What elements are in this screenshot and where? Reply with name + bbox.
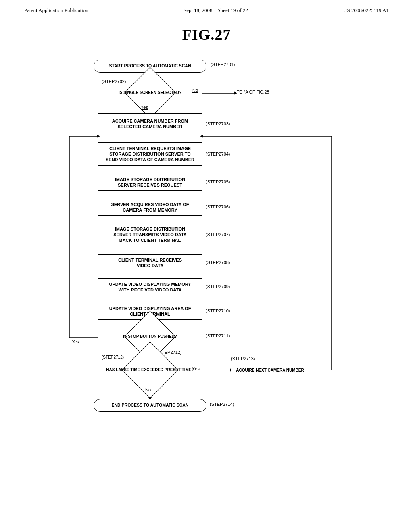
page-content: FIG.27 (0, 18, 413, 426)
step2709-label: (STEP2709) (206, 284, 230, 289)
svg-marker-16 (97, 135, 100, 138)
step2713-label-left: (STEP2712) (102, 355, 124, 360)
step2705-label: (STEP2705) (206, 179, 230, 184)
step2708-label: (STEP2708) (206, 260, 230, 265)
step2704-label: (STEP2704) (206, 152, 230, 156)
header-right: US 2008/0225119 A1 (343, 7, 389, 14)
diamond3-node: HAS LAPSE TIME EXCEEDED PRESET TIME? (98, 357, 202, 383)
header-left: Patent Application Publication (24, 7, 88, 14)
step2707-box: IMAGE STORAGE DISTRIBUTION SERVER TRANSM… (98, 223, 202, 246)
step2713-box: ACQUIRE NEXT CAMERA NUMBER (231, 362, 309, 378)
step2706-box: SERVER ACQUIRES VIDEO DATA OF CAMERA FRO… (98, 199, 202, 216)
yes-label: Yes (141, 105, 148, 110)
step2702-label: (STEP2702) (102, 79, 126, 84)
header-center: Sep. 18, 2008 Sheet 19 of 22 (184, 7, 248, 14)
step2711-label: (STEP2711) (206, 333, 230, 338)
step2707-label: (STEP2707) (206, 232, 230, 237)
step2708-box: CLIENT TERMINAL RECEIVES VIDEO DATA (98, 254, 202, 271)
diamond1-node: IS SINGLE SCREEN SELECTED? (98, 82, 202, 104)
yes2-label: Yes (72, 339, 79, 344)
step2710-label: (STEP2710) (206, 308, 230, 313)
step2709-box: UPDATE VIDEO DISPLAYING MEMORY WITH RECE… (98, 278, 202, 295)
step2714-label: (STEP2714) (210, 402, 234, 407)
step2713-label: (STEP2713) (231, 356, 255, 361)
step2703-label: (STEP2703) (206, 121, 230, 126)
no-label: No (192, 88, 198, 93)
step2704-box: CLIENT TERMINAL REQUESTS IMAGE STORAGE D… (98, 142, 202, 166)
step2706-label: (STEP2706) (206, 204, 230, 209)
no3-label: No (145, 387, 151, 392)
to-fig28: TO *A OF FIG.28 (237, 89, 269, 94)
page-header: Patent Application Publication Sep. 18, … (0, 0, 413, 18)
step2705-box: IMAGE STORAGE DISTRIBUTION SERVER RECEIV… (98, 174, 202, 191)
figure-title: FIG.27 (182, 26, 231, 44)
svg-marker-22 (200, 135, 203, 138)
step2701-label: (STEP2701) (211, 62, 235, 67)
end-node: END PROCESS TO AUTOMATIC SCAN (94, 399, 206, 412)
flowchart: START PROCESS TO AUTOMATIC SCAN (STEP270… (57, 56, 356, 418)
step2703-box: ACQUIRE CAMERA NUMBER FROM SELECTED CAME… (98, 113, 202, 134)
